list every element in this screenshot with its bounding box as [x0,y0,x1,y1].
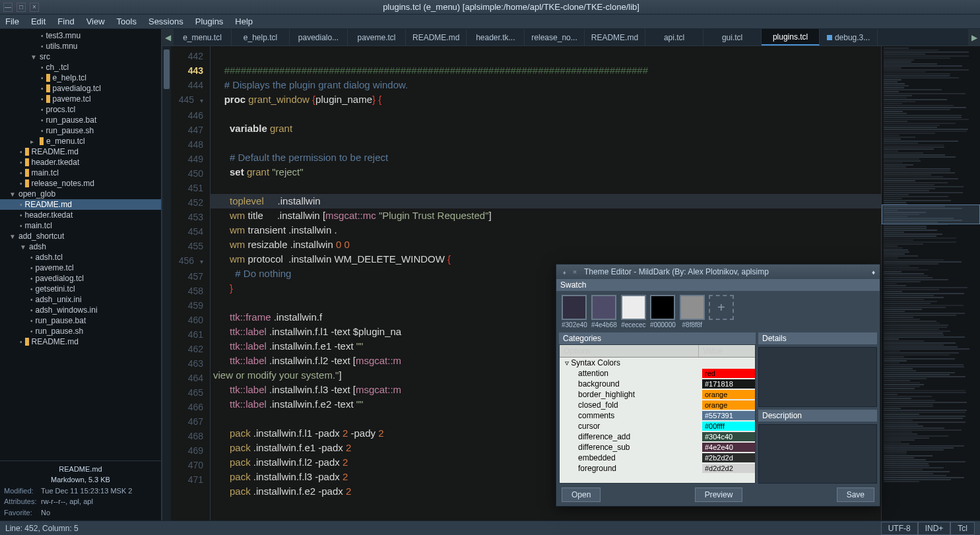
tab[interactable]: pavedialo... [290,29,348,46]
save-button[interactable]: Save [837,488,874,502]
tab[interactable]: debug.3... [820,29,878,46]
tab[interactable]: e_help.tcl [232,29,290,46]
tree-item[interactable]: •e_help.tcl [0,73,161,83]
fold-icon[interactable]: ▾ [197,94,203,108]
menu-find[interactable]: Find [57,16,74,26]
tab[interactable]: gui.tcl [703,29,762,46]
swatch-color[interactable] [621,295,646,320]
swatch-color[interactable] [680,295,705,320]
tab[interactable]: header.tk... [467,29,525,46]
option-value[interactable]: #d2d2d2 [702,464,755,473]
option-row[interactable]: border_highlightorange [560,389,755,400]
option-value[interactable]: orange [702,400,755,410]
tree-item[interactable]: •pavedialog.tcl [0,273,161,284]
menu-file[interactable]: File [5,16,19,26]
minimap[interactable] [881,46,980,520]
close-icon[interactable]: × [30,3,39,12]
menu-tools[interactable]: Tools [117,16,137,26]
file-tree[interactable]: •test3.mnu•utils.mnu▼src•ch_.tcl•e_help.… [0,29,161,460]
tree-item[interactable]: •test3.mnu [0,30,161,41]
swatch-color[interactable] [591,295,616,320]
resize-icon[interactable]: ⬧ [871,267,876,276]
tree-item[interactable]: ▼open_glob [0,189,161,199]
option-value[interactable]: #4e2e40 [702,443,755,452]
tree-item[interactable]: •run_pause.sh [0,326,161,336]
tree-item[interactable]: •run_pause.bat [0,315,161,326]
menu-sessions[interactable]: Sessions [148,16,183,26]
chevron-down-icon[interactable]: ▼ [9,233,16,240]
tree-item[interactable]: •README.md [0,146,161,157]
tree-item[interactable]: •main.tcl [0,220,161,231]
tree-item[interactable]: •paveme.tcl [0,94,161,104]
swatch-color[interactable] [650,295,675,320]
tree-item[interactable]: •getsetini.tcl [0,284,161,294]
minimap-viewport[interactable] [882,205,980,224]
option-value[interactable]: #2b2d2d [702,453,755,462]
tree-item[interactable]: •procs.tcl [0,104,161,115]
swatch-color[interactable] [562,295,587,320]
open-button[interactable]: Open [562,488,601,502]
tree-item[interactable]: •utils.mnu [0,41,161,51]
chevron-right-icon[interactable]: ▸ [30,138,37,145]
syntax-colors-group[interactable]: ▿ Syntax Colors [560,358,702,368]
tree-item[interactable]: •pavedialog.tcl [0,83,161,94]
theme-editor-titlebar[interactable]: ⬧ × Theme Editor - MildDark (By: Alex Pl… [556,265,880,279]
close-icon[interactable]: × [571,268,579,276]
indent-indicator[interactable]: IND+ [918,522,951,535]
tree-item[interactable]: ▸e_menu.tcl [0,136,161,146]
add-swatch-button[interactable]: + [709,295,734,320]
tree-item[interactable]: •run_pause.bat [0,115,161,125]
option-value[interactable]: red [702,369,755,378]
tree-item[interactable]: •header.tkedat [0,157,161,168]
menu-view[interactable]: View [86,16,105,26]
tree-item[interactable]: •README.md [0,336,161,347]
minimize-icon[interactable]: — [3,3,13,12]
tree-item[interactable]: ▼add_shortcut [0,231,161,241]
tab[interactable]: api.tcl [645,29,703,46]
tree-item[interactable]: •adsh_unix.ini [0,294,161,305]
tree-item[interactable]: ▼src [0,51,161,62]
option-row[interactable]: difference_add#304c40 [560,431,755,442]
options-table[interactable]: Options Value ▿ Syntax Colors attentionr… [559,344,756,484]
preview-button[interactable]: Preview [695,488,743,502]
fold-icon[interactable]: ▾ [197,255,203,269]
option-row[interactable]: embedded#2b2d2d [560,453,755,463]
tab[interactable]: README.md [406,29,467,46]
option-row[interactable]: closed_foldorange [560,400,755,410]
option-row[interactable]: background#171818 [560,379,755,389]
tab[interactable]: paveme.tcl [348,29,406,46]
option-value[interactable]: #00ffff [702,422,755,431]
tab[interactable]: plugins.tcl [762,29,820,46]
tree-item[interactable]: •header.tkedat [0,210,161,220]
menu-plugins[interactable]: Plugins [195,16,224,26]
tab-scroll-left-icon[interactable]: ◀ [162,29,174,46]
tree-item[interactable]: •ch_.tcl [0,62,161,73]
tab[interactable]: release_no... [525,29,584,46]
option-row[interactable]: difference_sub#4e2e40 [560,442,755,453]
tree-item[interactable]: •main.tcl [0,168,161,178]
menu-edit[interactable]: Edit [31,16,46,26]
menu-help[interactable]: Help [235,16,253,26]
pin-icon[interactable]: ⬧ [560,268,568,276]
option-row[interactable]: attentionred [560,368,755,379]
option-value[interactable]: #557391 [702,411,755,420]
option-row[interactable]: comments#557391 [560,410,755,421]
tree-item[interactable]: •release_notes.md [0,178,161,189]
tab-scroll-right-icon[interactable]: ▶ [968,29,980,46]
option-value[interactable]: orange [702,390,755,399]
chevron-down-icon[interactable]: ▼ [30,53,37,61]
tab[interactable]: README.md [585,29,645,46]
tree-item[interactable]: •adsh.tcl [0,252,161,263]
option-row[interactable]: foreground#d2d2d2 [560,463,755,474]
tree-item[interactable]: •README.md [0,199,161,210]
tree-item[interactable]: •adsh_windows.ini [0,305,161,315]
option-row[interactable]: cursor#00ffff [560,421,755,431]
maximize-icon[interactable]: □ [16,3,26,12]
option-value[interactable]: #171818 [702,379,755,389]
tree-item[interactable]: •paveme.tcl [0,263,161,273]
option-value[interactable]: #304c40 [702,432,755,441]
chevron-down-icon[interactable]: ▼ [9,191,16,198]
encoding-indicator[interactable]: UTF-8 [881,522,918,535]
tab[interactable]: e_menu.tcl [174,29,232,46]
language-indicator[interactable]: Tcl [950,522,975,535]
